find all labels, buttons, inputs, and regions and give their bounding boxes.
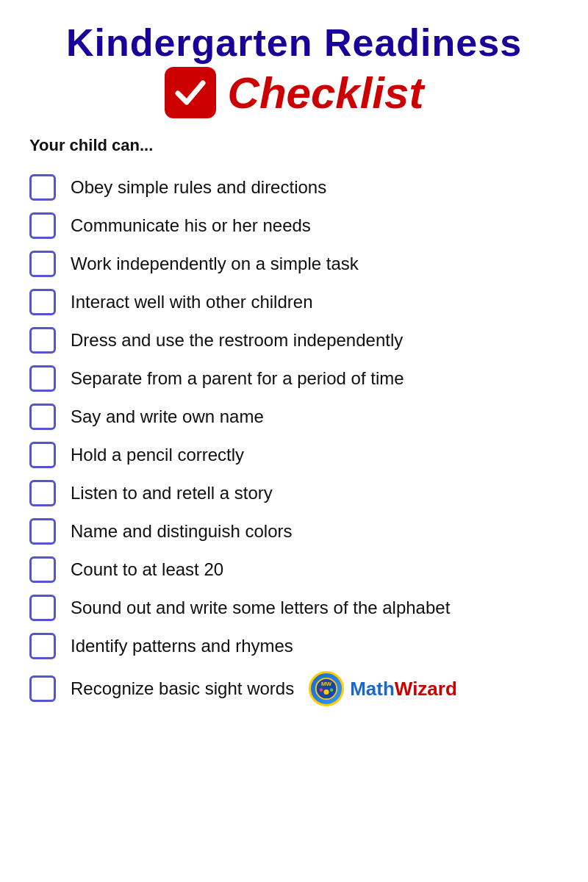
svg-text:MW: MW	[321, 681, 332, 688]
checkbox-2[interactable]	[29, 212, 56, 239]
list-item: Count to at least 20	[29, 551, 559, 589]
list-item: Communicate his or her needs	[29, 207, 559, 245]
item-text-7: Say and write own name	[71, 406, 264, 427]
list-item: Name and distinguish colors	[29, 512, 559, 551]
item-text-6: Separate from a parent for a period of t…	[71, 368, 404, 389]
checkbox-13[interactable]	[29, 633, 56, 659]
checklist-list: Obey simple rules and directions Communi…	[29, 168, 559, 712]
item-text-8: Hold a pencil correctly	[71, 445, 244, 465]
list-item: Dress and use the restroom independently	[29, 321, 559, 359]
list-item: Work independently on a simple task	[29, 245, 559, 283]
list-item: Recognize basic sight words MW MathWizar…	[29, 665, 559, 712]
list-item: Interact well with other children	[29, 283, 559, 321]
item-text-12: Sound out and write some letters of the …	[71, 598, 450, 618]
checked-checkbox-icon	[165, 67, 216, 118]
item-text-2: Communicate his or her needs	[71, 215, 311, 236]
checkbox-7[interactable]	[29, 404, 56, 430]
logo-svg-inline: MW	[315, 677, 338, 700]
item-text-3: Work independently on a simple task	[71, 254, 359, 274]
checkbox-6[interactable]	[29, 365, 56, 392]
list-item: Sound out and write some letters of the …	[29, 589, 559, 627]
checkbox-4[interactable]	[29, 289, 56, 315]
item-text-13: Identify patterns and rhymes	[71, 636, 293, 656]
checkbox-5[interactable]	[29, 327, 56, 354]
title-line2: Checklist	[29, 67, 559, 118]
item-text-9: Listen to and retell a story	[71, 483, 273, 503]
checkbox-10[interactable]	[29, 518, 56, 545]
logo-icon-inline: MW	[309, 671, 344, 706]
brand-inline: MW MathWizard	[309, 671, 457, 706]
list-item: Obey simple rules and directions	[29, 168, 559, 207]
svg-point-2	[324, 689, 329, 695]
item-text-14: Recognize basic sight words	[71, 678, 294, 699]
item-text-5: Dress and use the restroom independently	[71, 330, 403, 351]
svg-point-4	[330, 689, 333, 692]
svg-point-3	[320, 689, 323, 692]
page-header: Kindergarten Readiness Checklist	[29, 22, 559, 118]
checkbox-8[interactable]	[29, 442, 56, 468]
checklist-title: Checklist	[228, 68, 424, 118]
subtitle-text: Your child can...	[29, 136, 559, 155]
item-text-1: Obey simple rules and directions	[71, 177, 326, 198]
checkbox-14[interactable]	[29, 675, 56, 702]
checkbox-9[interactable]	[29, 480, 56, 506]
item-text-4: Interact well with other children	[71, 292, 312, 312]
list-item: Identify patterns and rhymes	[29, 627, 559, 665]
checkbox-3[interactable]	[29, 251, 56, 277]
checkmark-svg	[172, 74, 209, 111]
checkbox-1[interactable]	[29, 174, 56, 201]
list-item: Hold a pencil correctly	[29, 436, 559, 474]
checkbox-12[interactable]	[29, 595, 56, 621]
checkbox-11[interactable]	[29, 556, 56, 583]
list-item: Listen to and retell a story	[29, 474, 559, 512]
list-item: Separate from a parent for a period of t…	[29, 359, 559, 398]
title-line1: Kindergarten Readiness	[29, 22, 559, 64]
brand-text-inline: MathWizard	[350, 678, 457, 700]
item-text-10: Name and distinguish colors	[71, 521, 293, 542]
item-text-11: Count to at least 20	[71, 559, 223, 580]
list-item: Say and write own name	[29, 398, 559, 436]
